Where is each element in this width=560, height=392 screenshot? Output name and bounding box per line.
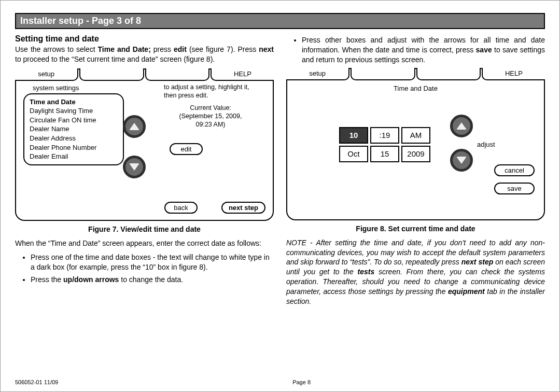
hour-box[interactable]: 10 [339, 127, 368, 144]
tab-blank-2[interactable] [416, 68, 481, 80]
tab-blank-2[interactable] [145, 68, 209, 81]
text-bold: Time and Date; [98, 45, 151, 53]
save-button[interactable]: save [494, 183, 535, 194]
tab-blank-1[interactable] [351, 68, 415, 80]
text-bold: save [476, 46, 492, 54]
tab-setup[interactable]: setup [15, 68, 78, 81]
list-item[interactable]: Daylight Saving Time [30, 106, 118, 116]
text-bold: equipment [448, 287, 485, 296]
next-step-button[interactable]: next step [221, 202, 265, 214]
text-bold: next step [461, 258, 494, 266]
text-bold: next [259, 45, 274, 53]
figure-8-caption: Figure 8. Set current time and date [286, 225, 545, 233]
page-header: Installer setup - Page 3 of 8 [15, 13, 545, 29]
text-bold: edit [174, 45, 187, 53]
text: (see figure 7). Press [187, 45, 259, 53]
bullet: Press other boxes and adjust with the ar… [302, 35, 545, 65]
arrow-up-icon[interactable] [450, 115, 473, 137]
list-item[interactable]: Circulate Fan ON time [30, 116, 118, 125]
text: to change the data. [119, 275, 183, 284]
left-column: Setting time and date Use the arrows to … [15, 32, 274, 311]
day-box[interactable]: 15 [370, 146, 399, 162]
intro-paragraph: Use the arrows to select Time and Date; … [15, 45, 274, 64]
right-column: Press other boxes and adjust with the ar… [286, 32, 545, 311]
text-bold: tests [358, 268, 375, 276]
bullet-list: Press other boxes and adjust with the ar… [286, 35, 545, 65]
current-value: Current Value: (September 15, 2009, 09:2… [164, 104, 257, 129]
bullet-list: Press one of the time and date boxes - t… [15, 253, 274, 285]
screen-title: Time and Date [291, 85, 540, 92]
list-item[interactable]: Dealer Address [30, 134, 118, 143]
current-value-label: Current Value: [190, 104, 231, 111]
edit-button[interactable]: edit [170, 143, 203, 155]
screen-set-time-date: setup HELP Time and Date 10 :19 AM Oct 1… [286, 68, 545, 220]
page-number: Page 8 [292, 379, 311, 385]
tab-help[interactable]: HELP [482, 68, 545, 80]
note-paragraph: NOTE - After setting the time and date, … [286, 238, 545, 306]
text: to proceed to the “Set current time and … [15, 55, 215, 63]
arrow-down-icon[interactable] [450, 149, 473, 172]
mid-paragraph: When the “Time and Date” screen appears,… [15, 239, 274, 248]
ampm-box[interactable]: AM [401, 127, 430, 144]
text: press [151, 45, 174, 53]
adjust-label: adjust [477, 141, 495, 148]
bullet: Press the up/down arrows to change the d… [31, 275, 274, 285]
back-button[interactable]: back [164, 202, 198, 214]
hint-text: to adjust a setting, highlight it, then … [164, 83, 257, 100]
year-box[interactable]: 2009 [401, 146, 430, 162]
section-title: Setting time and date [15, 34, 274, 44]
month-box[interactable]: Oct [339, 146, 368, 162]
text: Press one of the time and date boxes - t… [31, 253, 270, 271]
minute-box[interactable]: :19 [370, 127, 399, 144]
screen-view-edit: setup HELP system settings to adjust a s… [15, 68, 274, 221]
settings-list[interactable]: Time and Date Daylight Saving Time Circu… [23, 93, 124, 165]
arrow-up-icon[interactable] [123, 115, 146, 138]
list-item[interactable]: Dealer Phone Number [30, 143, 118, 152]
current-value-line2: 09:23 AM) [196, 121, 226, 128]
arrow-down-icon[interactable] [123, 156, 146, 178]
time-date-grid: 10 :19 AM Oct 15 2009 [339, 127, 430, 162]
current-value-line1: (September 15, 2009, [179, 113, 242, 120]
tab-help[interactable]: HELP [211, 68, 274, 81]
text: Use the arrows to select [15, 45, 98, 53]
tab-setup[interactable]: setup [286, 68, 349, 80]
bullet: Press one of the time and date boxes - t… [31, 253, 274, 272]
text: Press the [31, 275, 63, 284]
list-item-selected[interactable]: Time and Date [30, 97, 118, 107]
figure-7-caption: Figure 7. View/edit time and date [15, 225, 274, 233]
list-item[interactable]: Dealer Name [30, 124, 118, 134]
doc-number: 506052-01 11/09 [15, 379, 58, 385]
text-bold: up/down arrows [63, 275, 119, 284]
tab-blank-1[interactable] [79, 68, 144, 81]
list-item[interactable]: Dealer Email [30, 152, 118, 161]
page-footer: 506052-01 11/09 Page 8 [15, 379, 545, 385]
cancel-button[interactable]: cancel [494, 164, 535, 176]
